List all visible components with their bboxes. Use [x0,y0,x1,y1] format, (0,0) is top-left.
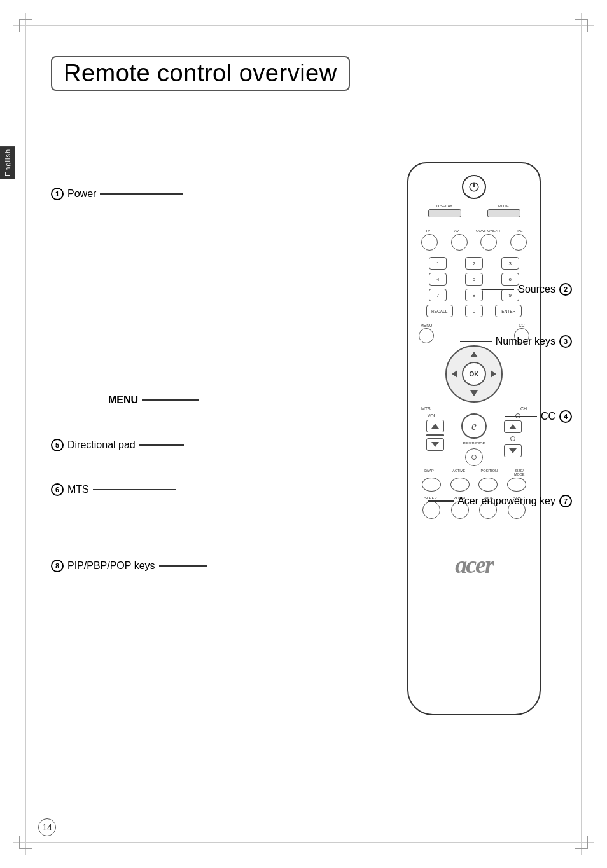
callout-menu: MENU [108,394,199,406]
nav-down-icon [470,390,478,396]
corner-mark-bl [19,836,32,849]
ch-down-icon [509,448,517,453]
num-8-button[interactable]: 8 [465,289,483,301]
vol-label: VOL [428,413,436,418]
callout-num-5: 5 [51,439,64,451]
callout-sources: 2 Sources [482,283,572,296]
callout-menu-line [142,399,199,401]
callout-dpad: 5 Directional pad [51,439,184,451]
mute-button[interactable] [487,209,520,217]
callout-num-1: 1 [51,188,64,200]
power-button[interactable] [462,175,486,199]
callout-pip-label: PIP/PBP/POP keys [67,560,155,572]
page-border-bottom [13,842,594,843]
nav-up-icon [470,352,478,357]
vol-up-icon [431,424,439,429]
swap-label: SWAP [417,469,440,476]
source-tv-button[interactable] [421,234,438,251]
page-title-container: Remote control overview [51,56,350,91]
enter-button[interactable]: ENTER [495,305,522,317]
ch-up-icon [509,424,517,429]
source-av-label: AV [447,229,466,233]
swap-button[interactable] [422,478,441,492]
callout-power-line [100,193,183,195]
pip-pbp-pop-label: PIP/PBP/POP [463,441,485,446]
source-tv-label: TV [419,229,438,233]
num-0-button[interactable]: 0 [465,305,483,317]
remote-body: DISPLAY MUTE TV AV COMPONENT PC [407,162,541,715]
pip-labels: SWAP ACTIVE POSITION SIZE/ MODE [408,467,540,476]
menu-button[interactable] [419,328,434,343]
callout-sources-label: Sources [518,284,555,295]
active-button[interactable] [450,478,470,492]
callout-num-7: 7 [559,495,572,507]
source-pc-button[interactable] [510,234,527,251]
mute-label: MUTE [498,204,509,208]
size-mode-button[interactable] [507,478,526,492]
callout-empowering-label: Acer empowering key [457,495,555,507]
callout-numkeys: 3 Number keys [460,335,572,348]
pip-dot-icon [471,455,477,460]
ok-button[interactable]: OK [462,362,486,386]
callout-cc-label: CC [541,411,555,422]
num-7-button[interactable]: 7 [429,289,447,301]
nav-left-icon [452,370,457,378]
menu-callout-label: MENU [108,394,138,406]
active-label: ACTIVE [447,469,470,476]
callout-mts-line [93,489,176,490]
ch-down-button[interactable] [504,444,522,457]
vol-dash-icon [426,434,444,436]
directional-pad[interactable]: OK [445,345,503,403]
num-1-button[interactable]: 1 [429,257,447,270]
corner-mark-tr [575,19,588,32]
callout-num-4: 4 [559,410,572,423]
num-3-button[interactable]: 3 [501,257,519,270]
num-2-button[interactable]: 2 [465,257,483,270]
page-number: 14 [38,818,56,836]
num-5-button[interactable]: 5 [465,273,483,286]
callout-empowering-line [428,500,454,502]
callout-power: 1 Power [51,188,183,200]
callout-num-6: 6 [51,483,64,496]
position-button[interactable] [478,478,498,492]
vol-column: VOL [426,413,444,451]
recall-button[interactable]: RECALL [426,305,453,317]
pip-button[interactable] [465,448,483,466]
callout-pip-line [159,565,207,567]
callout-cc: 4 CC [505,410,572,423]
menu-label: MENU [420,323,432,327]
callout-mts-label: MTS [67,484,89,495]
callout-power-label: Power [67,188,96,200]
mts-remote-label: MTS [421,406,431,411]
page-border-right [581,13,582,855]
display-mute-area: DISPLAY MUTE [408,203,540,219]
callout-cc-line [505,416,537,417]
page-border-top [13,25,594,26]
vol-down-button[interactable] [426,438,444,451]
vol-up-button[interactable] [426,420,444,432]
power-icon [468,181,480,193]
position-label: POSITION [478,469,501,476]
callout-sources-line [482,289,514,290]
callout-mts: 6 MTS [51,483,176,496]
num-4-button[interactable]: 4 [429,273,447,286]
source-component-button[interactable] [480,234,497,251]
page-title: Remote control overview [51,56,350,91]
source-component-label: COMPONENT [476,229,501,233]
source-buttons [408,233,540,254]
source-pc-label: PC [511,229,530,233]
nav-right-icon [491,370,496,378]
source-av-button[interactable] [451,234,468,251]
callout-num-2: 2 [559,283,572,296]
pip-buttons [408,476,540,495]
page-border-left [25,13,26,855]
acer-empowering-button[interactable]: e [461,413,487,439]
acer-logo: acer [455,551,493,579]
recall-row: RECALL 0 ENTER [420,305,528,317]
acer-logo-area: acer [408,543,540,586]
display-button[interactable] [428,209,461,217]
size-mode-label: SIZE/ MODE [508,469,531,476]
callout-pip: 8 PIP/PBP/POP keys [51,560,207,572]
corner-mark-br [575,836,588,849]
directional-pad-area: OK [408,345,540,403]
